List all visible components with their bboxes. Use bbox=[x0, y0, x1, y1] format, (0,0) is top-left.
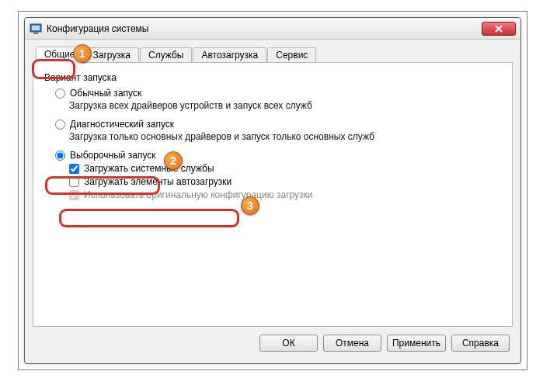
radio-selective-label: Выборочный запуск bbox=[70, 150, 156, 161]
client-area: Общие Загрузка Службы Автозагрузка Серви… bbox=[25, 40, 520, 359]
radio-normal[interactable]: Обычный запуск bbox=[55, 88, 501, 99]
button-bar: ОК Отмена Применить Справка bbox=[33, 327, 513, 352]
check-original-boot: Использовать оригинальную конфигурацию з… bbox=[69, 189, 501, 200]
check-system-services-input[interactable] bbox=[69, 164, 79, 174]
radio-selective[interactable]: Выборочный запуск bbox=[55, 150, 501, 161]
check-system-services-label: Загружать системные службы bbox=[84, 163, 214, 174]
group-label: Вариант запуска bbox=[44, 72, 501, 83]
close-icon bbox=[495, 25, 503, 33]
check-startup-items-label: Загружать элементы автозагрузки bbox=[84, 176, 231, 187]
radio-selective-input[interactable] bbox=[55, 151, 65, 161]
check-startup-items-input[interactable] bbox=[69, 177, 79, 187]
radio-diagnostic[interactable]: Диагностический запуск bbox=[55, 119, 501, 130]
svg-rect-1 bbox=[32, 26, 40, 30]
radio-diagnostic-input[interactable] bbox=[55, 120, 65, 130]
check-original-boot-input bbox=[69, 190, 79, 200]
check-system-services[interactable]: Загружать системные службы bbox=[69, 163, 501, 174]
cancel-button[interactable]: Отмена bbox=[323, 335, 381, 352]
window-title: Конфигурация системы bbox=[47, 23, 482, 34]
close-button[interactable] bbox=[482, 22, 516, 36]
check-startup-items[interactable]: Загружать элементы автозагрузки bbox=[69, 176, 501, 187]
radio-diagnostic-label: Диагностический запуск bbox=[70, 119, 174, 130]
radio-normal-label: Обычный запуск bbox=[70, 88, 141, 99]
ok-button[interactable]: ОК bbox=[259, 335, 318, 352]
tab-services[interactable]: Службы bbox=[140, 47, 192, 62]
tab-panel-general: Вариант запуска Обычный запуск Загрузка … bbox=[33, 63, 513, 327]
radio-normal-desc: Загрузка всех драйверов устройств и запу… bbox=[69, 100, 501, 111]
tab-boot[interactable]: Загрузка bbox=[84, 47, 139, 62]
titlebar[interactable]: Конфигурация системы bbox=[25, 18, 520, 40]
svg-rect-2 bbox=[33, 33, 38, 34]
radio-diagnostic-desc: Загрузка только основных драйверов и зап… bbox=[69, 131, 501, 142]
tab-general[interactable]: Общие bbox=[36, 47, 83, 63]
msconfig-window: Конфигурация системы Общие Загрузка Служ… bbox=[24, 17, 521, 364]
tabstrip: Общие Загрузка Службы Автозагрузка Серви… bbox=[33, 46, 513, 63]
app-icon bbox=[30, 23, 42, 35]
tab-tools[interactable]: Сервис bbox=[267, 47, 316, 62]
help-button[interactable]: Справка bbox=[451, 335, 510, 352]
radio-normal-input[interactable] bbox=[55, 88, 65, 99]
check-original-boot-label: Использовать оригинальную конфигурацию з… bbox=[84, 189, 313, 200]
apply-button[interactable]: Применить bbox=[387, 335, 446, 352]
tab-startup[interactable]: Автозагрузка bbox=[193, 47, 266, 62]
